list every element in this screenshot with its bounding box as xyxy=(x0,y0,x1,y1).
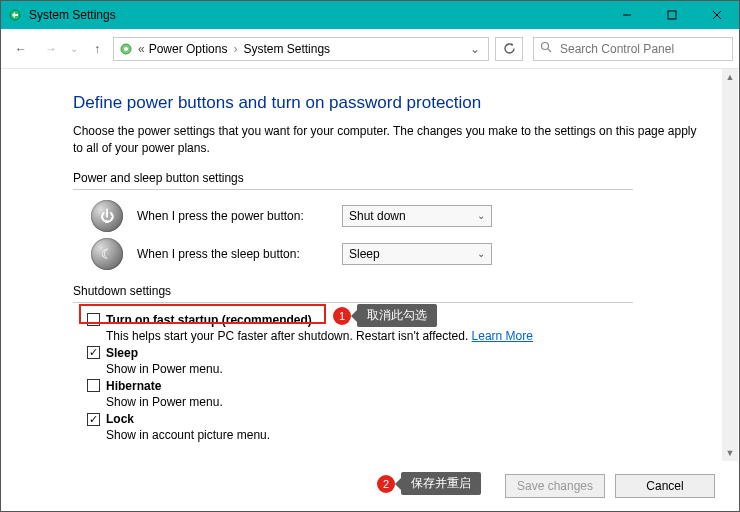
sleep-label: Sleep xyxy=(106,346,138,360)
sleep-button-select[interactable]: Sleep ⌄ xyxy=(342,243,492,265)
page-heading: Define power buttons and turn on passwor… xyxy=(73,93,699,113)
sleep-button-value: Sleep xyxy=(349,247,380,261)
fast-startup-label: Turn on fast startup (recommended) xyxy=(106,313,312,327)
svg-rect-2 xyxy=(668,11,676,19)
lock-label: Lock xyxy=(106,412,134,426)
breadcrumb-dropdown[interactable]: ⌄ xyxy=(466,42,484,56)
breadcrumb[interactable]: « Power Options › System Settings ⌄ xyxy=(113,37,489,61)
section-divider xyxy=(73,189,633,190)
minimize-button[interactable] xyxy=(604,1,649,29)
power-button-row: ⏻ When I press the power button: Shut do… xyxy=(73,200,699,232)
nav-forward-button[interactable]: → xyxy=(37,35,65,63)
vertical-scrollbar[interactable]: ▲ ▼ xyxy=(722,69,738,461)
power-button-select[interactable]: Shut down ⌄ xyxy=(342,205,492,227)
chevron-down-icon: ⌄ xyxy=(477,248,485,259)
window-title: System Settings xyxy=(29,8,116,22)
annotation-2-bubble: 保存并重启 xyxy=(401,472,481,495)
hibernate-checkbox[interactable] xyxy=(87,379,100,392)
cancel-button[interactable]: Cancel xyxy=(615,474,715,498)
annotation-1-bubble: 取消此勾选 xyxy=(357,304,437,327)
sleep-option: Sleep Show in Power menu. xyxy=(87,346,699,377)
chevron-down-icon: ⌄ xyxy=(477,210,485,221)
sleep-checkbox[interactable] xyxy=(87,346,100,359)
save-changes-button[interactable]: Save changes xyxy=(505,474,605,498)
fast-startup-sub: This helps start your PC faster after sh… xyxy=(106,329,472,343)
svg-line-8 xyxy=(548,49,551,52)
breadcrumb-item[interactable]: Power Options xyxy=(145,42,232,56)
power-button-label: When I press the power button: xyxy=(137,209,342,223)
title-bar: System Settings xyxy=(1,1,739,29)
power-icon: ⏻ xyxy=(91,200,123,232)
lock-sub: Show in account picture menu. xyxy=(106,427,699,443)
learn-more-link[interactable]: Learn More xyxy=(472,329,533,343)
nav-recent-dropdown[interactable]: ⌄ xyxy=(67,35,81,63)
nav-back-button[interactable]: ← xyxy=(7,35,35,63)
sleep-sub: Show in Power menu. xyxy=(106,361,699,377)
svg-point-6 xyxy=(124,47,128,51)
scroll-up-arrow[interactable]: ▲ xyxy=(722,69,738,85)
power-button-value: Shut down xyxy=(349,209,406,223)
close-button[interactable] xyxy=(694,1,739,29)
nav-bar: ← → ⌄ ↑ « Power Options › System Setting… xyxy=(1,29,739,69)
power-options-icon xyxy=(118,41,134,57)
fast-startup-checkbox[interactable] xyxy=(87,313,100,326)
annotation-2-number: 2 xyxy=(377,475,395,493)
lock-checkbox[interactable] xyxy=(87,413,100,426)
annotation-2: 2 保存并重启 xyxy=(377,472,481,495)
hibernate-option: Hibernate Show in Power menu. xyxy=(87,379,699,410)
hibernate-sub: Show in Power menu. xyxy=(106,394,699,410)
section-divider xyxy=(73,302,633,303)
app-icon xyxy=(7,7,23,23)
breadcrumb-separator: › xyxy=(231,42,239,56)
scroll-down-arrow[interactable]: ▼ xyxy=(722,445,738,461)
nav-up-button[interactable]: ↑ xyxy=(83,35,111,63)
breadcrumb-item[interactable]: System Settings xyxy=(239,42,334,56)
breadcrumb-prefix: « xyxy=(138,42,145,56)
search-input[interactable] xyxy=(558,41,726,57)
footer: Save changes Cancel xyxy=(1,461,739,511)
sleep-button-row: ☾ When I press the sleep button: Sleep ⌄ xyxy=(73,238,699,270)
page-description: Choose the power settings that you want … xyxy=(73,123,699,157)
search-input-container[interactable] xyxy=(533,37,733,61)
hibernate-label: Hibernate xyxy=(106,379,161,393)
content-area: Define power buttons and turn on passwor… xyxy=(1,69,739,461)
svg-point-7 xyxy=(542,43,549,50)
section-title: Shutdown settings xyxy=(73,284,699,298)
maximize-button[interactable] xyxy=(649,1,694,29)
search-icon xyxy=(540,41,552,56)
sleep-button-label: When I press the sleep button: xyxy=(137,247,342,261)
annotation-1: 1 取消此勾选 xyxy=(333,304,437,327)
section-title: Power and sleep button settings xyxy=(73,171,699,185)
annotation-1-number: 1 xyxy=(333,307,351,325)
lock-option: Lock Show in account picture menu. xyxy=(87,412,699,443)
sleep-icon: ☾ xyxy=(91,238,123,270)
refresh-button[interactable] xyxy=(495,37,523,61)
